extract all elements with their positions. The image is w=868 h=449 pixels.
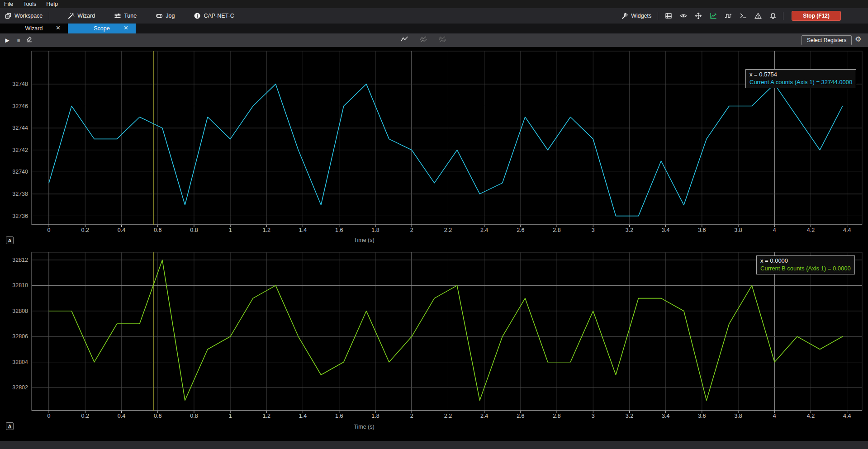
cursor-tooltip-a: x = 0.5754 Current A counts (Axis 1) = 3… (745, 69, 856, 88)
tune-button[interactable]: Tune (110, 10, 140, 21)
x-tick-label: 0.4 (118, 227, 125, 233)
x-tick-label: 0.6 (154, 413, 161, 419)
tab-scope[interactable]: Scope ✕ (68, 24, 136, 33)
x-tick-label: 2.4 (480, 227, 488, 233)
x-tick-label: 1.4 (299, 227, 307, 233)
main-toolbar: Workspace Wizard Tune Jog CAP-NET-C Widg… (0, 8, 868, 24)
play-button[interactable]: ▶ (3, 36, 12, 45)
autoscale-button-a[interactable]: A (6, 236, 14, 244)
tab-wizard[interactable]: Wizard ✕ (0, 24, 68, 33)
toolbar-separator (49, 12, 49, 20)
x-tick-label: 0.8 (190, 227, 198, 233)
square-wave-icon[interactable] (721, 10, 735, 22)
y-tick-label: 32744 (12, 125, 28, 131)
jog-label: Jog (166, 13, 175, 19)
cursor-tooltip-b: x = 0.0000 Current B counts (Axis 1) = 0… (756, 255, 855, 274)
eye-icon[interactable] (676, 10, 691, 22)
tab-bar: Wizard ✕ Scope ✕ (0, 24, 868, 33)
y-tick-label: 32808 (12, 308, 28, 314)
x-tick-label: 1.4 (299, 413, 307, 419)
move-icon[interactable] (691, 10, 706, 22)
y-tick-label: 32738 (12, 191, 28, 197)
y-tick-label: 32806 (12, 333, 28, 340)
x-tick-label: 2.8 (553, 413, 560, 419)
y-tick-label: 32742 (12, 147, 28, 153)
table-icon[interactable] (661, 10, 676, 22)
cap-net-c-label: CAP-NET-C (204, 13, 234, 19)
x-tick-label: 3.4 (662, 227, 669, 233)
toolbar-left-group: Workspace Wizard Tune Jog CAP-NET-C (0, 10, 238, 21)
x-tick-label: 3.8 (734, 413, 742, 419)
x-tick-label: 3.8 (734, 227, 742, 233)
info-icon (194, 12, 201, 19)
x-tick-label: 4.2 (807, 227, 815, 233)
single-curve-view-button[interactable] (400, 36, 409, 45)
cap-net-c-button[interactable]: CAP-NET-C (190, 10, 237, 21)
x-tick-label: 3 (592, 227, 595, 233)
toolbar-separator (783, 12, 783, 20)
x-axis-title: Time (s) (354, 237, 374, 243)
x-tick-label: 2.2 (444, 413, 452, 419)
jog-gamepad-icon (156, 12, 163, 19)
wizard-button[interactable]: Wizard (64, 10, 99, 21)
tooltip-b-series-value: Current B counts (Axis 1) = 0.0000 (760, 265, 851, 272)
jog-button[interactable]: Jog (152, 10, 178, 21)
select-registers-button[interactable]: Select Registers (802, 35, 852, 45)
bell-icon[interactable] (765, 10, 780, 22)
terminal-icon[interactable] (735, 10, 750, 22)
x-tick-label: 2.2 (444, 227, 452, 233)
wizard-wand-icon (67, 12, 75, 19)
x-tick-label: 3.2 (626, 413, 633, 419)
gear-icon[interactable]: ⚙ (855, 35, 861, 43)
curve-double-icon (420, 36, 427, 45)
x-tick-label: 2.8 (553, 227, 560, 233)
x-tick-label: 4.2 (807, 413, 815, 419)
x-tick-label: 3.6 (698, 227, 706, 233)
x-tick-label: 0.8 (190, 413, 198, 419)
curve-single-icon (401, 36, 408, 45)
y-tick-label: 32740 (12, 169, 28, 175)
menu-item-tools[interactable]: Tools (18, 1, 41, 7)
stop-button[interactable]: Stop (F12) (792, 11, 841, 21)
eraser-icon (26, 36, 33, 45)
x-tick-label: 1.6 (335, 227, 343, 233)
x-tick-label: 3 (592, 413, 595, 419)
scope-plots[interactable]: 00.20.40.60.811.21.41.61.822.22.42.62.83… (0, 47, 868, 441)
widgets-label: Widgets (631, 13, 651, 19)
tab-scope-label: Scope (94, 25, 109, 32)
tooltip-b-x-value: x = 0.0000 (760, 257, 851, 265)
workspace-button[interactable]: Workspace (1, 10, 46, 21)
close-icon[interactable]: ✕ (123, 24, 128, 31)
multi-curve-view-button[interactable] (419, 36, 428, 45)
workspace-icon (5, 12, 12, 19)
eraser-button[interactable] (25, 36, 34, 45)
x-tick-label: 2 (410, 227, 413, 233)
x-tick-label: 3.2 (626, 227, 633, 233)
tooltip-a-series-value: Current A counts (Axis 1) = 32744.0000 (749, 78, 852, 86)
y-tick-label: 32748 (12, 81, 28, 87)
x-tick-label: 0.6 (154, 227, 161, 233)
clear-curves-button[interactable] (438, 36, 447, 45)
x-tick-label: 1.2 (263, 413, 270, 419)
x-tick-label: 2.4 (480, 413, 488, 419)
stop-capture-button[interactable]: ■ (14, 36, 23, 45)
toolbar-separator (658, 12, 658, 20)
x-tick-label: 2 (410, 413, 413, 419)
x-tick-label: 4.4 (843, 413, 851, 419)
scope-toolbar: ▶ ■ Select Registers ⚙ (0, 33, 868, 47)
x-tick-label: 3.4 (662, 413, 669, 419)
x-axis-title: Time (s) (354, 424, 374, 430)
scope-chart-icon[interactable] (706, 10, 721, 22)
status-bar (0, 441, 868, 449)
widgets-button[interactable]: Widgets (617, 10, 655, 21)
x-tick-label: 0 (47, 227, 51, 233)
menu-item-file[interactable]: File (0, 1, 18, 7)
y-tick-label: 32804 (12, 359, 28, 365)
close-icon[interactable]: ✕ (56, 24, 61, 31)
warning-icon[interactable] (750, 10, 765, 22)
autoscale-button-b[interactable]: A (6, 422, 14, 430)
series-line-b (49, 260, 843, 401)
menu-item-help[interactable]: Help (41, 1, 63, 7)
toolbar-right-group: Widgets Stop (F12) (617, 10, 868, 22)
x-tick-label: 2.6 (517, 227, 524, 233)
